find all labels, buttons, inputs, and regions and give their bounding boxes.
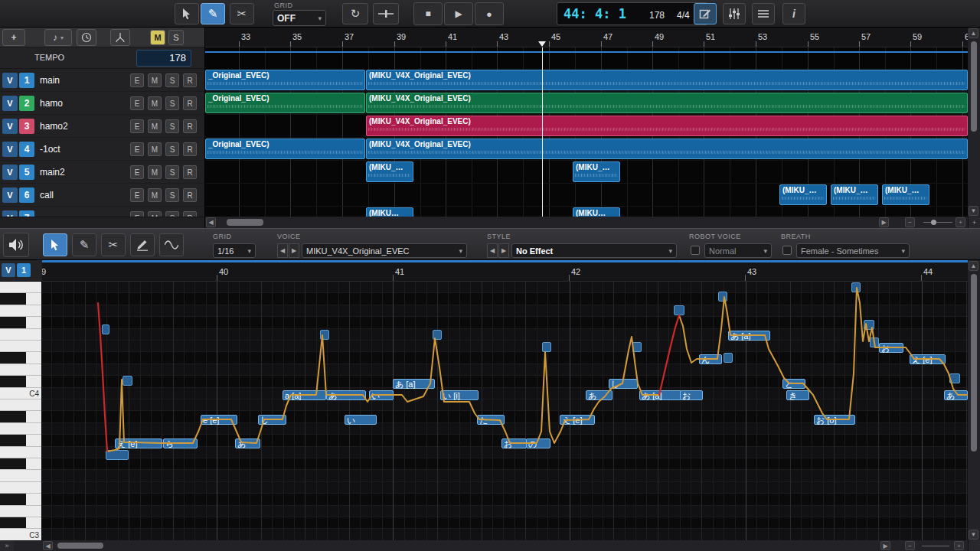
piano-key-Fs3[interactable] xyxy=(0,458,42,470)
track-r-button[interactable]: R xyxy=(183,165,197,179)
note[interactable]: あ [a] xyxy=(639,390,681,400)
voice-prev-button[interactable]: ◀ xyxy=(277,243,288,258)
note[interactable] xyxy=(724,353,733,363)
track-s-button[interactable]: S xyxy=(165,119,179,133)
info-button[interactable]: i xyxy=(782,3,805,24)
track-row-main[interactable]: V1mainEMSR xyxy=(0,69,204,92)
piano-key-A4[interactable] xyxy=(0,282,42,293)
scroll-right-button[interactable]: ▶ xyxy=(879,217,889,227)
tempo-value[interactable]: 178 xyxy=(136,50,191,67)
zoom-slider-handle[interactable] xyxy=(931,220,936,225)
track-s-button[interactable]: S xyxy=(165,188,179,202)
pr-scissors-tool-button[interactable]: ✂ xyxy=(101,233,126,256)
piano-key-As3[interactable] xyxy=(0,411,42,422)
note[interactable]: あ [a] xyxy=(393,379,435,389)
h-scroll-thumb[interactable] xyxy=(57,543,103,549)
audio-clip[interactable]: (MIKU… xyxy=(366,207,413,217)
audio-clip[interactable]: (MIKU_… xyxy=(831,184,878,205)
note[interactable]: き xyxy=(786,390,809,400)
playhead-marker[interactable] xyxy=(538,41,546,47)
track-visible-button[interactable]: V xyxy=(2,73,18,88)
voice-next-button[interactable]: ▶ xyxy=(289,243,299,258)
track-e-button[interactable]: E xyxy=(130,142,144,156)
robot-voice-checkbox[interactable] xyxy=(691,246,700,255)
piano-key-E4[interactable] xyxy=(0,341,42,352)
add-track-button[interactable]: + xyxy=(2,29,25,46)
preview-speaker-button[interactable] xyxy=(3,233,29,257)
zoom-slider[interactable] xyxy=(923,222,952,223)
piano-key-C4[interactable]: C4 xyxy=(0,388,42,399)
note[interactable] xyxy=(632,342,642,352)
note[interactable]: あ xyxy=(235,439,260,448)
breath-checkbox[interactable] xyxy=(782,246,792,255)
track-r-button[interactable]: R xyxy=(183,142,197,156)
master-solo-button[interactable]: S xyxy=(168,30,184,45)
note[interactable] xyxy=(674,305,684,315)
piano-key-C3[interactable]: C3 xyxy=(0,529,42,540)
track-visible-button[interactable]: V xyxy=(2,96,18,111)
note[interactable]: お xyxy=(879,343,903,353)
style-dropdown[interactable]: No Effect ▾ xyxy=(511,243,677,258)
track-s-button[interactable]: S xyxy=(165,96,179,110)
track-row-7[interactable]: V7EMSR xyxy=(0,207,204,217)
h-scroll-thumb[interactable] xyxy=(227,219,263,226)
scroll-left-button[interactable]: ◀ xyxy=(43,541,53,550)
scroll-up-button[interactable]: ▲ xyxy=(969,261,978,271)
loop-bar[interactable] xyxy=(42,260,968,262)
track-row--1oct[interactable]: V4-1octEMSR xyxy=(0,138,204,161)
scroll-down-button[interactable]: ▼ xyxy=(969,206,978,216)
scissors-tool-button[interactable]: ✂ xyxy=(230,3,254,24)
piano-key-G3[interactable] xyxy=(0,447,42,458)
list-button[interactable] xyxy=(752,3,775,24)
punch-button[interactable] xyxy=(373,3,399,24)
track-r-button[interactable]: R xyxy=(183,96,197,110)
pencil-tool-button[interactable]: ✎ xyxy=(201,3,225,24)
piano-key-E3[interactable] xyxy=(0,482,42,494)
track-e-button[interactable]: E xyxy=(130,165,144,179)
arrange-zoom-corner[interactable]: + xyxy=(968,217,980,228)
piano-key-Fs4[interactable] xyxy=(0,317,42,328)
piano-key-D3[interactable] xyxy=(0,506,42,517)
piano-key-Ds3[interactable] xyxy=(0,494,42,505)
note[interactable] xyxy=(433,330,442,340)
piano-key-F4[interactable] xyxy=(0,329,42,341)
note[interactable]: あ xyxy=(326,390,366,400)
note[interactable] xyxy=(718,292,727,302)
track-m-button[interactable]: M xyxy=(148,188,162,202)
note[interactable]: あ xyxy=(586,390,612,400)
note[interactable] xyxy=(864,320,874,330)
piano-key-Ds4[interactable] xyxy=(0,352,42,364)
piano-key-G4[interactable] xyxy=(0,305,42,317)
track-e-button[interactable]: E xyxy=(130,73,144,87)
note[interactable] xyxy=(106,450,129,460)
note[interactable] xyxy=(870,337,879,347)
track-visible-button[interactable]: V xyxy=(2,263,15,277)
piano-key-B3[interactable] xyxy=(0,399,42,411)
note[interactable] xyxy=(851,282,861,292)
note[interactable]: a [a] xyxy=(283,390,326,400)
note[interactable]: と xyxy=(782,379,805,389)
note[interactable] xyxy=(320,330,329,340)
track-e-button[interactable]: E xyxy=(130,96,144,110)
pr-pitch-wave-tool-button[interactable] xyxy=(159,233,184,256)
track-m-button[interactable]: M xyxy=(148,96,162,110)
track-row-call[interactable]: V6callEMSR xyxy=(0,184,204,207)
note[interactable] xyxy=(542,342,551,352)
track-visible-button[interactable]: V xyxy=(2,165,18,180)
pr-grid-dropdown[interactable]: 1/16 ▾ xyxy=(213,243,256,258)
track-r-button[interactable]: R xyxy=(183,211,197,217)
track-r-button[interactable]: R xyxy=(183,188,197,202)
scroll-down-button[interactable]: ▼ xyxy=(969,530,978,540)
track-s-button[interactable]: S xyxy=(165,211,179,217)
v-scroll-thumb[interactable] xyxy=(971,41,977,132)
audio-clip[interactable]: (MIKU_… xyxy=(779,184,827,205)
track-m-button[interactable]: M xyxy=(148,211,162,217)
robot-voice-dropdown[interactable]: Normal ▾ xyxy=(704,243,772,258)
track-row-main2[interactable]: V5main2EMSR xyxy=(0,161,204,184)
zoom-slider[interactable] xyxy=(922,546,949,546)
pr-pencil-tool-button[interactable]: ✎ xyxy=(72,233,96,256)
note[interactable]: い [i] xyxy=(440,390,479,400)
track-r-button[interactable]: R xyxy=(183,119,197,133)
track-visible-button[interactable]: V xyxy=(2,142,18,157)
track-m-button[interactable]: M xyxy=(148,142,162,156)
